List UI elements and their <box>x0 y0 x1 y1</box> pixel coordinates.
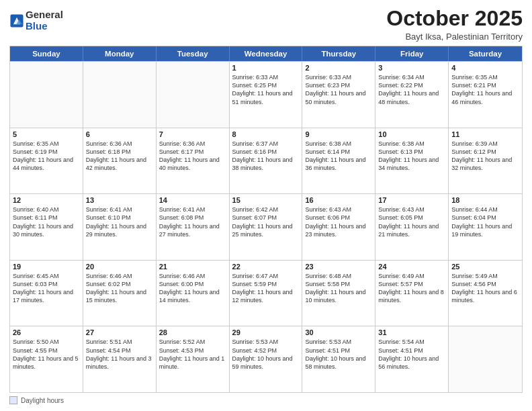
cal-cell-30: 30Sunrise: 5:53 AM Sunset: 4:51 PM Dayli… <box>302 326 375 392</box>
calendar-header: SundayMondayTuesdayWednesdayThursdayFrid… <box>10 46 522 61</box>
cell-info: Sunrise: 6:46 AM Sunset: 6:00 PM Dayligh… <box>159 272 226 305</box>
cell-info: Sunrise: 6:39 AM Sunset: 6:12 PM Dayligh… <box>451 140 519 173</box>
cell-info: Sunrise: 6:41 AM Sunset: 6:08 PM Dayligh… <box>159 205 226 238</box>
cal-cell-27: 27Sunrise: 5:51 AM Sunset: 4:54 PM Dayli… <box>83 326 157 392</box>
day-number: 14 <box>159 196 226 204</box>
cell-info: Sunrise: 6:43 AM Sunset: 6:05 PM Dayligh… <box>378 205 445 238</box>
cell-info: Sunrise: 6:36 AM Sunset: 6:17 PM Dayligh… <box>159 140 226 173</box>
cell-info: Sunrise: 5:49 AM Sunset: 4:56 PM Dayligh… <box>451 272 519 305</box>
header-right: October 2025 Bayt Iksa, Palestinian Terr… <box>386 7 523 42</box>
cal-cell-16: 16Sunrise: 6:43 AM Sunset: 6:06 PM Dayli… <box>302 194 375 260</box>
cal-cell-7: 7Sunrise: 6:36 AM Sunset: 6:17 PM Daylig… <box>157 128 230 194</box>
cell-info: Sunrise: 6:42 AM Sunset: 6:07 PM Dayligh… <box>232 205 300 238</box>
day-number: 22 <box>232 263 300 271</box>
logo-blue: Blue <box>26 21 63 32</box>
cal-cell-3: 3Sunrise: 6:34 AM Sunset: 6:22 PM Daylig… <box>375 62 449 128</box>
cal-cell-9: 9Sunrise: 6:38 AM Sunset: 6:14 PM Daylig… <box>302 128 375 194</box>
cal-cell-29: 29Sunrise: 5:53 AM Sunset: 4:52 PM Dayli… <box>230 326 303 392</box>
day-number: 4 <box>451 64 519 72</box>
cal-cell-11: 11Sunrise: 6:39 AM Sunset: 6:12 PM Dayli… <box>449 128 522 194</box>
cell-info: Sunrise: 6:45 AM Sunset: 6:03 PM Dayligh… <box>13 272 80 305</box>
day-number: 7 <box>159 130 226 138</box>
cal-cell-19: 19Sunrise: 6:45 AM Sunset: 6:03 PM Dayli… <box>10 261 83 326</box>
cell-info: Sunrise: 5:53 AM Sunset: 4:52 PM Dayligh… <box>232 338 300 371</box>
cell-info: Sunrise: 6:35 AM Sunset: 6:21 PM Dayligh… <box>451 73 519 106</box>
cal-cell-21: 21Sunrise: 6:46 AM Sunset: 6:00 PM Dayli… <box>157 261 230 326</box>
day-header-saturday: Saturday <box>449 46 522 61</box>
day-number: 31 <box>378 328 445 336</box>
calendar: SundayMondayTuesdayWednesdayThursdayFrid… <box>9 46 523 393</box>
cell-info: Sunrise: 5:54 AM Sunset: 4:51 PM Dayligh… <box>378 338 445 371</box>
day-number: 3 <box>378 64 445 72</box>
cell-info: Sunrise: 5:52 AM Sunset: 4:53 PM Dayligh… <box>159 338 226 371</box>
day-number: 28 <box>159 328 226 336</box>
cell-info: Sunrise: 6:33 AM Sunset: 6:25 PM Dayligh… <box>232 73 300 106</box>
cell-info: Sunrise: 6:41 AM Sunset: 6:10 PM Dayligh… <box>86 205 153 238</box>
logo-text: General Blue <box>26 9 63 32</box>
day-number: 20 <box>86 263 153 271</box>
cell-info: Sunrise: 5:50 AM Sunset: 4:55 PM Dayligh… <box>13 338 80 371</box>
logo-icon <box>9 13 24 28</box>
cell-info: Sunrise: 6:38 AM Sunset: 6:13 PM Dayligh… <box>378 140 445 173</box>
day-number: 16 <box>305 196 372 204</box>
cal-cell-18: 18Sunrise: 6:44 AM Sunset: 6:04 PM Dayli… <box>449 194 522 260</box>
day-number: 21 <box>159 263 226 271</box>
cal-cell-17: 17Sunrise: 6:43 AM Sunset: 6:05 PM Dayli… <box>375 194 449 260</box>
cal-cell-6: 6Sunrise: 6:36 AM Sunset: 6:18 PM Daylig… <box>83 128 157 194</box>
cal-cell-28: 28Sunrise: 5:52 AM Sunset: 4:53 PM Dayli… <box>157 326 230 392</box>
logo: General Blue <box>9 9 63 32</box>
cell-info: Sunrise: 6:40 AM Sunset: 6:11 PM Dayligh… <box>13 205 80 238</box>
day-number: 29 <box>232 328 300 336</box>
day-number: 17 <box>378 196 445 204</box>
day-number: 13 <box>86 196 153 204</box>
footer: Daylight hours <box>9 396 523 404</box>
cal-cell-empty-0-1 <box>83 62 157 128</box>
day-number: 26 <box>13 328 80 336</box>
cal-cell-22: 22Sunrise: 6:47 AM Sunset: 5:59 PM Dayli… <box>230 261 303 326</box>
cell-info: Sunrise: 6:43 AM Sunset: 6:06 PM Dayligh… <box>305 205 372 238</box>
day-number: 9 <box>305 130 372 138</box>
cal-row-3: 19Sunrise: 6:45 AM Sunset: 6:03 PM Dayli… <box>10 260 522 326</box>
footer-label: Daylight hours <box>21 397 64 404</box>
cal-row-2: 12Sunrise: 6:40 AM Sunset: 6:11 PM Dayli… <box>10 193 522 260</box>
cal-cell-4: 4Sunrise: 6:35 AM Sunset: 6:21 PM Daylig… <box>449 62 522 128</box>
cal-cell-5: 5Sunrise: 6:35 AM Sunset: 6:19 PM Daylig… <box>10 128 83 194</box>
cell-info: Sunrise: 6:36 AM Sunset: 6:18 PM Dayligh… <box>86 140 153 173</box>
cal-cell-2: 2Sunrise: 6:33 AM Sunset: 6:23 PM Daylig… <box>302 62 375 128</box>
day-number: 1 <box>232 64 300 72</box>
cal-cell-empty-4-6 <box>449 326 522 392</box>
day-number: 5 <box>13 130 80 138</box>
cal-cell-25: 25Sunrise: 5:49 AM Sunset: 4:56 PM Dayli… <box>449 261 522 326</box>
cal-row-0: 1Sunrise: 6:33 AM Sunset: 6:25 PM Daylig… <box>10 61 522 128</box>
cell-info: Sunrise: 5:53 AM Sunset: 4:51 PM Dayligh… <box>305 338 372 371</box>
day-header-thursday: Thursday <box>302 46 375 61</box>
day-header-monday: Monday <box>83 46 157 61</box>
calendar-body: 1Sunrise: 6:33 AM Sunset: 6:25 PM Daylig… <box>10 61 522 392</box>
cal-cell-15: 15Sunrise: 6:42 AM Sunset: 6:07 PM Dayli… <box>230 194 303 260</box>
cell-info: Sunrise: 6:37 AM Sunset: 6:16 PM Dayligh… <box>232 140 300 173</box>
cal-row-4: 26Sunrise: 5:50 AM Sunset: 4:55 PM Dayli… <box>10 326 522 392</box>
cell-info: Sunrise: 5:51 AM Sunset: 4:54 PM Dayligh… <box>86 338 153 371</box>
cell-info: Sunrise: 6:47 AM Sunset: 5:59 PM Dayligh… <box>232 272 300 305</box>
day-number: 12 <box>13 196 80 204</box>
day-number: 15 <box>232 196 300 204</box>
day-number: 24 <box>378 263 445 271</box>
cell-info: Sunrise: 6:49 AM Sunset: 5:57 PM Dayligh… <box>378 272 445 305</box>
cell-info: Sunrise: 6:46 AM Sunset: 6:02 PM Dayligh… <box>86 272 153 305</box>
day-number: 6 <box>86 130 153 138</box>
cell-info: Sunrise: 6:48 AM Sunset: 5:58 PM Dayligh… <box>305 272 372 305</box>
cal-cell-1: 1Sunrise: 6:33 AM Sunset: 6:25 PM Daylig… <box>230 62 303 128</box>
cal-cell-empty-0-0 <box>10 62 83 128</box>
location: Bayt Iksa, Palestinian Territory <box>386 32 523 42</box>
day-header-friday: Friday <box>375 46 449 61</box>
logo-general: General <box>26 9 63 21</box>
day-number: 10 <box>378 130 445 138</box>
cal-cell-23: 23Sunrise: 6:48 AM Sunset: 5:58 PM Dayli… <box>302 261 375 326</box>
day-number: 2 <box>305 64 372 72</box>
day-number: 27 <box>86 328 153 336</box>
header: General Blue October 2025 Bayt Iksa, Pal… <box>9 7 523 42</box>
cell-info: Sunrise: 6:35 AM Sunset: 6:19 PM Dayligh… <box>13 140 80 173</box>
cal-row-1: 5Sunrise: 6:35 AM Sunset: 6:19 PM Daylig… <box>10 128 522 194</box>
cal-cell-12: 12Sunrise: 6:40 AM Sunset: 6:11 PM Dayli… <box>10 194 83 260</box>
day-header-wednesday: Wednesday <box>230 46 303 61</box>
